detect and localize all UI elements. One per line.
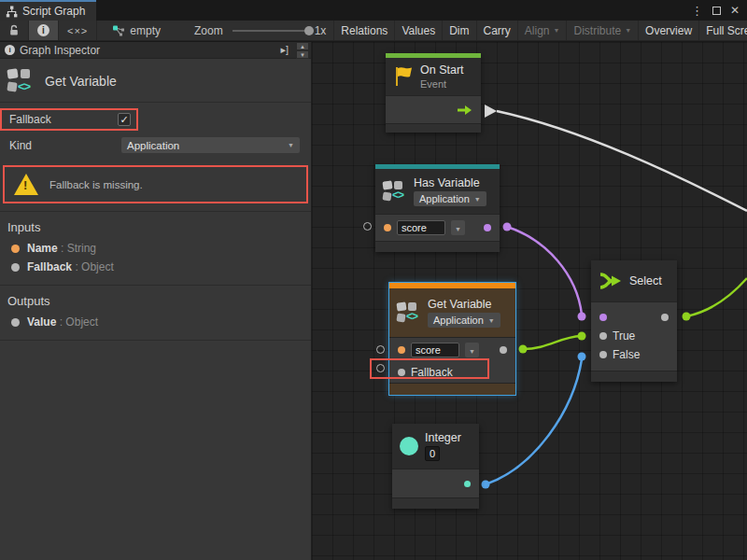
graph-reference[interactable]: empty [97,24,168,37]
chevron-down-icon: ▼ [625,27,631,34]
align-button[interactable]: Align ▼ [517,21,567,40]
fallback-setting-row: Fallback ✓ [0,103,311,134]
dock-panel-icon[interactable]: ▸] [277,44,291,56]
input-port-true[interactable] [599,332,607,340]
unconnected-port-ring[interactable] [376,345,385,354]
value-connections-icon: <×> [67,25,88,36]
inspector-toggle-button[interactable]: i [29,21,59,40]
port-dot [11,263,20,272]
scroll-down-icon[interactable]: ▼ [296,50,309,59]
graph-ref-icon [112,25,125,36]
input-row-name: Name : String [0,239,311,258]
fullscreen-button[interactable]: Full Screen [698,21,747,40]
zoom-value: 1x [313,24,334,37]
input-port-name[interactable] [398,346,405,354]
relations-button[interactable]: Relations [333,21,394,40]
node-footer [591,371,677,382]
value-connections-button[interactable]: <×> [59,21,97,40]
input-port-name[interactable] [384,224,391,231]
info-icon: i [37,24,49,36]
dim-button[interactable]: Dim [442,21,475,40]
node-title: Get Variable [428,298,500,311]
lock-button[interactable] [0,21,29,40]
output-port-value[interactable] [464,481,471,487]
fallback-label: Fallback [9,113,118,126]
node-select[interactable]: Select True False [591,260,677,382]
unit-title: Get Variable [45,74,117,89]
output-port-selection[interactable] [661,314,669,321]
variable-picker-button[interactable]: ▼ [451,220,465,235]
highlight-box-warning: ! Fallback is missing. [3,165,308,203]
warning-icon: ! [14,174,38,195]
node-footer [386,123,481,133]
kind-dropdown[interactable]: Application ▼ [121,137,300,153]
inspector-header: i Graph Inspector ▸] ▲ ▼ [0,42,311,59]
node-has-variable[interactable]: <> Has Variable Application ▼ score ▼ [375,164,500,252]
window-controls: ⋮ ✕ [691,0,747,21]
node-title: Has Variable [414,176,486,189]
wire-endpoint[interactable] [578,353,586,361]
chevron-down-icon: ▼ [488,317,495,324]
node-subtitle: Event [420,78,464,90]
wire-endpoint[interactable] [683,313,691,321]
fallback-checkbox[interactable]: ✓ [118,113,131,126]
flow-connector-arrow[interactable] [485,105,497,118]
has-variable-icon: <> [383,179,407,203]
wire-getvariable-to-select-true[interactable] [523,336,581,349]
flow-output-port[interactable] [457,105,472,116]
chevron-down-icon: ▼ [288,142,294,148]
variable-picker-button[interactable]: ▼ [465,343,479,357]
zoom-label: Zoom [168,24,229,37]
input-row-fallback: Fallback : Object [0,258,311,276]
values-button[interactable]: Values [394,21,442,40]
zoom-slider-handle[interactable] [304,26,314,35]
kind-setting-row: Kind Application ▼ [0,134,311,159]
wire-endpoint[interactable] [482,481,490,489]
wire-hasvariable-to-select[interactable] [507,227,582,315]
output-row-value: Value : Object [0,313,311,331]
input-port-false[interactable] [599,351,607,358]
overview-button[interactable]: Overview [638,21,698,40]
integer-value-field[interactable]: 0 [425,446,440,461]
close-icon[interactable]: ✕ [730,4,740,17]
input-port-condition[interactable] [599,314,607,321]
port-dot [11,245,20,253]
inspector-title: Graph Inspector [20,44,100,57]
true-port-label: True [613,329,635,343]
toolbar-left: i <×> empty Zoom 1x [0,21,333,40]
variable-name-field[interactable]: score [411,343,459,357]
wire-layer [312,42,747,560]
distribute-button[interactable]: Distribute ▼ [566,21,638,40]
zoom-slider[interactable] [233,30,309,32]
node-on-start[interactable]: On Start Event [386,53,481,133]
node-footer [392,497,479,509]
integer-icon [400,437,418,455]
wire-endpoint[interactable] [519,345,528,354]
variable-name-field[interactable]: score [397,220,445,235]
menu-icon[interactable]: ⋮ [691,4,703,18]
scroll-up-icon[interactable]: ▲ [296,42,309,50]
wire-endpoint[interactable] [503,223,512,231]
output-port-value[interactable] [500,346,507,354]
output-port-value[interactable] [484,224,491,231]
wire-onstart-out[interactable] [497,111,747,211]
maximize-icon[interactable] [712,7,721,15]
unconnected-port-ring[interactable] [363,222,372,231]
wire-select-out[interactable] [686,278,747,316]
inputs-heading: Inputs [0,212,311,239]
kind-dropdown[interactable]: Application ▼ [414,191,486,206]
graph-inspector-panel: i Graph Inspector ▸] ▲ ▼ <> Get Variable… [0,42,312,560]
kind-dropdown[interactable]: Application ▼ [428,313,500,328]
node-footer [375,241,500,252]
chevron-down-icon: ▼ [554,27,560,34]
unit-header: <> Get Variable [0,59,311,102]
graph-canvas[interactable]: On Start Event <> [312,42,747,560]
wire-endpoint[interactable] [578,313,586,321]
get-variable-icon: <> [7,67,35,95]
node-integer[interactable]: Integer 0 [392,424,479,509]
tab-script-graph[interactable]: Script Graph [0,0,96,21]
wire-endpoint[interactable] [578,332,586,341]
kind-value: Application [127,140,179,151]
carry-button[interactable]: Carry [476,21,517,40]
highlight-box-fallback-setting: Fallback ✓ [0,108,138,131]
